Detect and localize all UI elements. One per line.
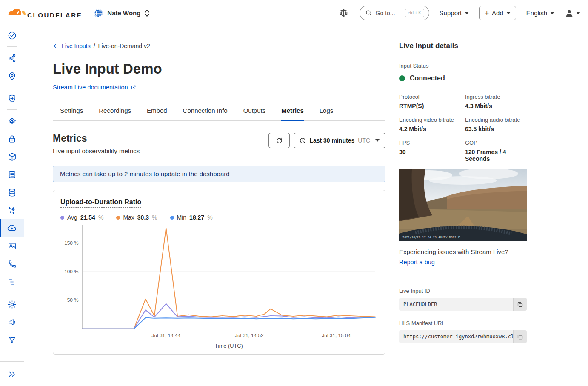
plus-icon: + [485,10,489,16]
search-input[interactable] [375,9,402,17]
report-bug-button[interactable] [338,7,349,19]
search-shortcut: ctrl + K [405,9,424,17]
live-input-id-value: PLACEHOLDER [399,298,513,311]
cloudflare-logo[interactable]: CLOUDFLARE [6,6,82,20]
info-banner: Metrics can take up to 2 minutes to upda… [53,166,385,182]
chart-legend: Avg 21.54 % Max 30.3 % Min [60,214,378,221]
video-bitrate-label: Encoding video bitrate [399,117,465,123]
tab-metrics[interactable]: Metrics [281,103,304,121]
stream-cloud-play-icon [7,223,17,233]
user-menu[interactable] [565,9,580,18]
language-menu[interactable]: English [526,9,554,17]
live-input-details-panel: Live Input details Input Status Connecte… [399,26,527,386]
sidebar-item-dns[interactable] [0,67,24,85]
chart-card: Upload-to-Duration Ratio Avg 21.54 % Max… [53,190,385,355]
hls-manifest-url-label: HLS Manifest URL [399,320,527,326]
tab-recordings[interactable]: Recordings [99,103,131,121]
sidebar-item-traffic[interactable] [0,49,24,67]
sidebar-item-ssl[interactable] [0,130,24,148]
avg-series-dot [60,216,64,220]
refresh-button[interactable] [268,133,290,148]
svg-text:100 %: 100 % [64,269,79,274]
support-label: Support [440,9,462,17]
report-bug-link[interactable]: Report a bug [399,259,435,266]
copy-icon [517,334,523,340]
time-zone-label: UTC [358,137,370,144]
sidebar-divider [7,87,17,87]
time-range-label: Last 30 minutes [309,137,354,144]
sidebar-divider [7,46,17,47]
clock-icon [300,137,306,144]
sidebar-item-storage[interactable] [0,166,24,183]
svg-text:150 %: 150 % [64,240,79,246]
location-pin-icon [7,71,17,81]
funnel-icon [7,335,17,345]
metrics-subheading: Live input observability metrics [53,147,140,154]
protocol-label: Protocol [399,94,465,100]
add-label: Add [492,9,503,17]
input-status-label: Input Status [399,63,527,69]
svg-text:Time (UTC): Time (UTC) [215,343,243,349]
page-title: Live Input Demo [53,61,385,77]
tab-connection-info[interactable]: Connection Info [183,103,228,121]
panel-heading: Live Input details [399,42,527,50]
tab-embed[interactable]: Embed [147,103,167,121]
sidebar-item-workers[interactable] [0,148,24,166]
tab-settings[interactable]: Settings [60,103,83,121]
svg-text:Jul 31, 14:52: Jul 31, 14:52 [235,332,264,338]
documentation-link[interactable]: Stream Live documentation [53,84,136,91]
caret-down-icon [375,139,380,142]
tab-logs[interactable]: Logs [320,103,334,121]
account-name: Nate Wong [107,9,140,17]
tab-outputs[interactable]: Outputs [243,103,266,121]
min-series-dot [170,216,174,220]
gear-icon [7,300,17,309]
tab-bar: Settings Recordings Embed Connection Inf… [53,103,385,121]
legend-item-min[interactable]: Min 18.27 % [170,214,213,221]
lock-icon [7,134,17,144]
time-range-dropdown[interactable]: Last 30 minutes UTC [294,133,385,148]
sidebar-divider [0,352,24,352]
legend-item-avg[interactable]: Avg 21.54 % [60,214,103,221]
status-dot [399,75,405,81]
user-icon [565,9,574,18]
legend-item-max[interactable]: Max 30.3 % [116,214,157,221]
globe-icon [93,8,103,18]
sidebar-item-stream[interactable] [0,219,24,237]
upload-duration-chart[interactable]: 50 %100 %150 %Jul 31, 14:44Jul 31, 14:52… [60,224,379,350]
refresh-icon [276,137,283,144]
image-icon [7,241,17,251]
sidebar-item-speed[interactable] [0,112,24,130]
cloudflare-dashboard: CLOUDFLARE Nate Wong [0,0,588,386]
svg-text:Jul 31, 14:44: Jul 31, 14:44 [152,332,181,338]
copy-hls-url-button[interactable] [513,330,527,343]
sidebar-collapse-button[interactable] [0,361,24,386]
sidebar-item-notifications[interactable] [0,313,24,331]
gop-label: GOP [465,140,527,146]
hls-manifest-url-value: https://customer-igynxd2rwhmuoxw8.cloudf [399,330,513,343]
clock-check-icon [7,31,17,40]
sidebar-item-images[interactable] [0,237,24,255]
load-balancer-icon [7,53,17,63]
account-switcher[interactable]: Nate Wong [93,8,150,18]
copy-live-input-id-button[interactable] [513,298,527,311]
add-button[interactable]: + Add [479,6,516,20]
sidebar-item-security[interactable] [0,89,24,107]
breadcrumb-current: Live-on-Demand v2 [98,43,150,49]
detail-grid: ProtocolRTMP(S) Ingress bitrate4.3 Mbit/… [399,94,527,162]
sidebar-item-calls[interactable] [0,255,24,273]
sidebar-divider [7,293,17,293]
sidebar-item-ai[interactable] [0,201,24,219]
caret-down-icon [576,12,580,14]
sidebar [0,26,24,386]
sidebar-item-timeline[interactable] [0,26,24,44]
sidebar-item-filter[interactable] [0,331,24,349]
caret-down-icon [465,12,469,14]
sidebar-item-zaraz[interactable] [0,273,24,291]
sidebar-item-settings[interactable] [0,295,24,313]
global-search[interactable]: ctrl + K [360,6,429,20]
breadcrumb-back-link[interactable]: Live Inputs [53,43,91,49]
sidebar-item-database[interactable] [0,183,24,201]
support-menu[interactable]: Support [440,9,469,17]
cloudflare-wordmark: CLOUDFLARE [27,11,82,20]
